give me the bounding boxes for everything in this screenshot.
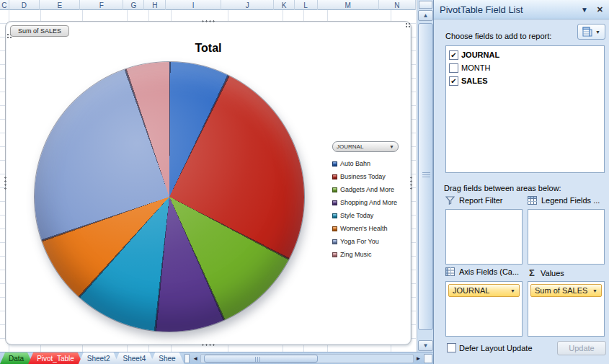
pane-menu-arrow-icon[interactable]: ▼ — [581, 6, 588, 14]
field-label: SALES — [461, 76, 488, 85]
stacked-layout-icon — [582, 27, 592, 37]
chart-grip-bottom[interactable] — [201, 344, 215, 346]
legend-item[interactable]: Auto Bahn — [332, 157, 410, 170]
legend-items: Auto BahnBusiness TodayGadgets And MoreS… — [332, 157, 410, 261]
scroll-down-button[interactable]: ▼ — [418, 340, 433, 351]
update-button[interactable]: Update — [557, 341, 606, 355]
choose-fields-label: Choose fields to add to report: — [445, 32, 551, 40]
defer-layout-row: Defer Layout Update — [445, 343, 533, 352]
horizontal-scrollbar[interactable] — [200, 354, 414, 363]
tab-split-handle[interactable] — [185, 354, 190, 363]
field-label: MONTH — [461, 63, 490, 72]
field-row-month[interactable]: MONTH — [448, 61, 603, 74]
column-headers: CDEFGHIJKLMN — [0, 0, 416, 10]
column-header-G[interactable]: G — [123, 0, 144, 10]
sheet-tab-data[interactable]: Data — [0, 352, 32, 364]
chart-grip-left[interactable] — [4, 176, 6, 190]
sheet-tab-shee[interactable]: Shee — [150, 352, 184, 364]
column-header-C[interactable]: C — [0, 0, 9, 10]
values-label: Σ Values — [528, 267, 605, 278]
worksheet-area: CDEFGHIJKLMN Sum of SALES Total JOURNAL … — [0, 0, 416, 364]
field-checkbox-journal[interactable]: ✔ — [449, 50, 458, 60]
column-header-I[interactable]: I — [166, 0, 221, 10]
column-header-D[interactable]: D — [9, 0, 40, 10]
legend-field-dropdown[interactable]: JOURNAL ▼ — [332, 141, 399, 152]
legend-fields-label: Legend Fields ... — [528, 196, 605, 205]
column-header-J[interactable]: J — [221, 0, 275, 10]
scroll-right-button[interactable]: ► — [414, 354, 423, 363]
column-header-E[interactable]: E — [40, 0, 80, 10]
column-header-K[interactable]: K — [274, 0, 294, 10]
legend-label: Gadgets And More — [340, 186, 394, 193]
legend-swatch — [332, 213, 337, 218]
legend-item[interactable]: Gadgets And More — [332, 183, 410, 196]
table-rows-icon — [445, 267, 455, 276]
close-icon[interactable]: ✕ — [597, 5, 603, 14]
legend-item[interactable]: Business Today — [332, 170, 410, 183]
chevron-down-icon: ▼ — [389, 144, 394, 149]
legend-item[interactable]: Style Today — [332, 209, 410, 222]
legend-dropdown-label: JOURNAL — [337, 143, 363, 150]
legend-fields-area[interactable] — [528, 209, 605, 265]
legend-swatch — [332, 226, 337, 231]
chart-title[interactable]: Total — [6, 42, 411, 55]
pivottable-field-list-pane: PivotTable Field List ▼ ✕ Choose fields … — [433, 0, 609, 364]
axis-fields-area[interactable]: JOURNAL ▼ — [445, 281, 523, 337]
chart-legend[interactable]: JOURNAL ▼ Auto BahnBusiness TodayGadgets… — [332, 141, 410, 261]
sheet-tab-sheet2[interactable]: Sheet2 — [79, 352, 119, 364]
values-item-sum-of-sales[interactable]: Sum of SALES ▼ — [530, 284, 602, 297]
report-filter-area[interactable] — [445, 209, 523, 265]
chart-grip-top[interactable] — [201, 20, 215, 22]
sheet-tabs: DataPivot_TableSheet2Sheet4Shee — [0, 352, 185, 364]
column-header-H[interactable]: H — [144, 0, 166, 10]
legend-item[interactable]: Women's Health — [332, 222, 410, 235]
defer-layout-label: Defer Layout Update — [459, 344, 533, 352]
field-list-layout-button[interactable]: ▼ — [577, 24, 605, 40]
chevron-down-icon: ▼ — [510, 288, 515, 293]
field-checkbox-sales[interactable]: ✔ — [449, 76, 458, 86]
axis-field-item-journal[interactable]: JOURNAL ▼ — [448, 284, 520, 297]
field-checkbox-month[interactable] — [449, 63, 458, 73]
vertical-scrollbar[interactable]: ▲ ▼ — [417, 0, 433, 352]
sheet-tab-pivot_table[interactable]: Pivot_Table — [28, 352, 83, 364]
field-row-sales[interactable]: ✔SALES — [448, 74, 603, 87]
legend-item[interactable]: Shopping And More — [332, 196, 410, 209]
legend-label: Style Today — [340, 212, 373, 219]
thumb-grip — [255, 357, 262, 362]
chevron-down-icon: ▼ — [592, 288, 597, 293]
pane-header[interactable]: PivotTable Field List ▼ ✕ — [434, 0, 609, 19]
excel-window: CDEFGHIJKLMN Sum of SALES Total JOURNAL … — [0, 0, 609, 364]
pivot-field-button-sum-of-sales[interactable]: Sum of SALES — [10, 25, 69, 37]
field-row-journal[interactable]: ✔JOURNAL — [448, 48, 603, 61]
axis-fields-label: Axis Fields (Ca... — [445, 267, 523, 276]
filter-icon — [445, 196, 455, 205]
legend-label: Yoga For You — [340, 238, 379, 245]
horizontal-scrollbar-thumb[interactable] — [204, 355, 318, 363]
legend-label: Zing Music — [340, 251, 372, 258]
legend-swatch — [332, 187, 337, 192]
sheet-tab-bar: DataPivot_TableSheet2Sheet4Shee ◄ ► — [0, 352, 433, 364]
legend-item[interactable]: Yoga For You — [332, 235, 410, 248]
chart-grip-topright[interactable] — [405, 22, 410, 27]
vertical-scrollbar-thumb[interactable] — [418, 23, 433, 330]
chevron-down-icon: ▼ — [595, 30, 600, 35]
column-header-L[interactable]: L — [295, 0, 318, 10]
scroll-left-button[interactable]: ◄ — [191, 354, 200, 363]
column-header-M[interactable]: M — [318, 0, 379, 10]
legend-item[interactable]: Zing Music — [332, 248, 410, 261]
scrollbar-split-handle[interactable] — [424, 354, 432, 363]
column-header-F[interactable]: F — [80, 0, 123, 10]
pivot-chart-object[interactable]: Sum of SALES Total JOURNAL ▼ Auto BahnBu… — [5, 21, 412, 345]
legend-label: Auto Bahn — [340, 160, 370, 167]
pie-slice-separators — [35, 62, 304, 332]
sheet-tab-sheet4[interactable]: Sheet4 — [115, 352, 155, 364]
scroll-up-button[interactable]: ▲ — [418, 10, 433, 21]
column-header-N[interactable]: N — [379, 0, 416, 10]
drag-areas-label: Drag fields between areas below: — [444, 184, 561, 192]
table-columns-icon — [528, 196, 537, 205]
defer-layout-checkbox[interactable] — [447, 343, 456, 352]
values-area[interactable]: Sum of SALES ▼ — [528, 281, 605, 337]
split-handle[interactable] — [419, 1, 432, 9]
chart-grip-right[interactable] — [410, 176, 412, 190]
field-checklist[interactable]: ✔JOURNALMONTH✔SALES — [445, 45, 605, 173]
